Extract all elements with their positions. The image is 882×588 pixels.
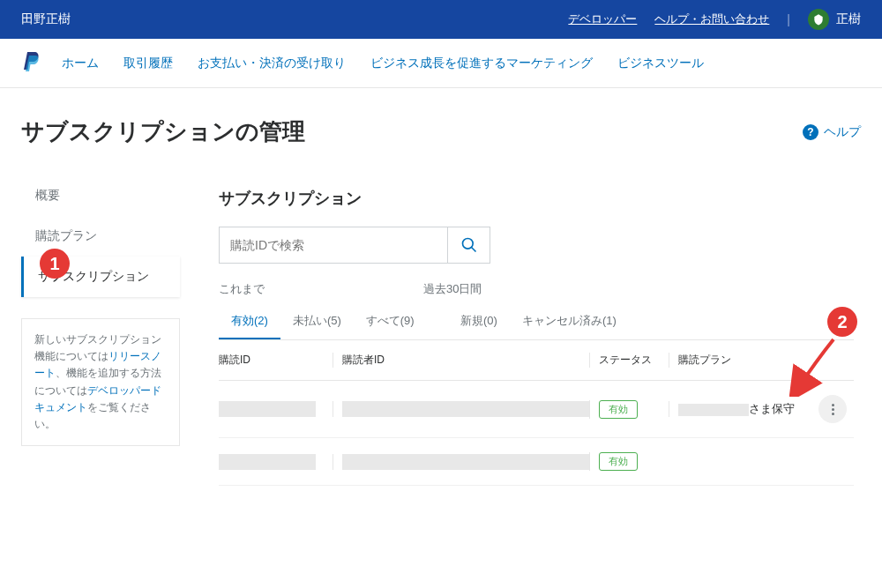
nav-tools[interactable]: ビジネスツール (617, 56, 704, 71)
table: 購読ID 購読者ID ステータス 購読プラン 有効 さま保守 (201, 340, 871, 486)
col-header-sub-id: 購読ID (219, 353, 333, 368)
user-badge[interactable]: 正樹 (808, 9, 861, 30)
more-dots-icon (832, 404, 834, 415)
search-row (201, 227, 871, 281)
sidebar-note: 新しいサブスクリプション機能についてはリリースノート、機能を追加する方法について… (21, 318, 180, 446)
status-badge: 有効 (599, 452, 638, 471)
tab-cancelled[interactable]: キャンセル済み(1) (510, 304, 629, 339)
redacted-buyer-id (342, 454, 589, 470)
tab-all[interactable]: すべて(9) (354, 304, 427, 339)
tab-active[interactable]: 有効(2) (219, 304, 280, 339)
sidebar-item-overview[interactable]: 概要 (21, 175, 180, 216)
help-label: ヘルプ (824, 124, 861, 140)
search-icon (460, 236, 478, 254)
tabs-row: 有効(2) 未払い(5) すべて(9) 新規(0) キャンセル済み(1) (219, 304, 854, 340)
redacted-plan (678, 404, 749, 416)
tab-new[interactable]: 新規(0) (448, 304, 510, 339)
divider: | (787, 12, 790, 26)
svg-point-0 (462, 239, 473, 249)
col-header-status: ステータス (589, 353, 669, 368)
nav-links: ホーム 取引履歴 お支払い・決済の受け取り ビジネス成長を促進するマーケティング… (62, 56, 704, 71)
sidebar-item-plans[interactable]: 購読プラン (21, 216, 180, 257)
tabs-group-left: 有効(2) 未払い(5) すべて(9) (219, 304, 448, 339)
page-container: サブスクリプションの管理 ? ヘルプ 概要 購読プラン サブスクリプション 新し… (0, 88, 882, 514)
redacted-sub-id (219, 454, 316, 470)
top-header: 田野正樹 デベロッパー ヘルプ・お問い合わせ | 正樹 (0, 0, 882, 39)
nav-home[interactable]: ホーム (62, 56, 99, 71)
main-content: サブスクリプション これまで 過去30日間 有効(2) 未払い(5) すべて( (201, 175, 871, 486)
tabs-header-right: 過去30日間 (423, 281, 482, 297)
tabs-group-right: 新規(0) キャンセル済み(1) (448, 304, 629, 339)
nav-transactions[interactable]: 取引履歴 (123, 56, 173, 71)
user-name: 正樹 (836, 11, 861, 27)
help-icon: ? (803, 124, 818, 140)
annotation-badge-1: 1 (40, 249, 70, 279)
search-input[interactable] (219, 227, 448, 264)
account-name: 田野正樹 (21, 11, 71, 27)
sidebar: 概要 購読プラン サブスクリプション 新しいサブスクリプション機能についてはリリ… (21, 175, 180, 486)
tab-unpaid[interactable]: 未払い(5) (280, 304, 354, 339)
annotation-badge-2: 2 (827, 307, 857, 337)
col-header-buyer-id: 購読者ID (333, 353, 589, 368)
annotation-arrow (789, 335, 842, 399)
table-header: 購読ID 購読者ID ステータス 購読プラン (219, 340, 854, 381)
search-button[interactable] (448, 227, 490, 264)
tabs-header: これまで 過去30日間 (219, 281, 854, 304)
paypal-logo-icon[interactable] (21, 52, 41, 75)
page-header: サブスクリプションの管理 ? ヘルプ (21, 116, 861, 147)
user-avatar-icon (808, 9, 829, 30)
table-row[interactable]: 有効 さま保守 (219, 381, 854, 438)
tabs-container: これまで 過去30日間 有効(2) 未払い(5) すべて(9) 新規(0) キャ… (201, 281, 871, 340)
redacted-sub-id (219, 401, 316, 417)
nav-marketing[interactable]: ビジネス成長を促進するマーケティング (370, 56, 593, 71)
nav-payments[interactable]: お支払い・決済の受け取り (198, 56, 346, 71)
section-title: サブスクリプション (201, 175, 871, 209)
tabs-header-left: これまで (219, 281, 265, 297)
help-contact-link[interactable]: ヘルプ・お問い合わせ (654, 11, 769, 27)
help-link[interactable]: ? ヘルプ (803, 124, 861, 140)
svg-line-1 (471, 248, 475, 252)
table-row[interactable]: 有効 (219, 438, 854, 486)
redacted-buyer-id (342, 401, 589, 417)
nav-bar: ホーム 取引履歴 お支払い・決済の受け取り ビジネス成長を促進するマーケティング… (0, 39, 882, 88)
developer-link[interactable]: デベロッパー (568, 11, 637, 27)
header-right: デベロッパー ヘルプ・お問い合わせ | 正樹 (568, 9, 861, 30)
content-layout: 概要 購読プラン サブスクリプション 新しいサブスクリプション機能についてはリリ… (21, 175, 861, 486)
page-title: サブスクリプションの管理 (21, 116, 305, 147)
status-badge: 有効 (599, 400, 638, 419)
